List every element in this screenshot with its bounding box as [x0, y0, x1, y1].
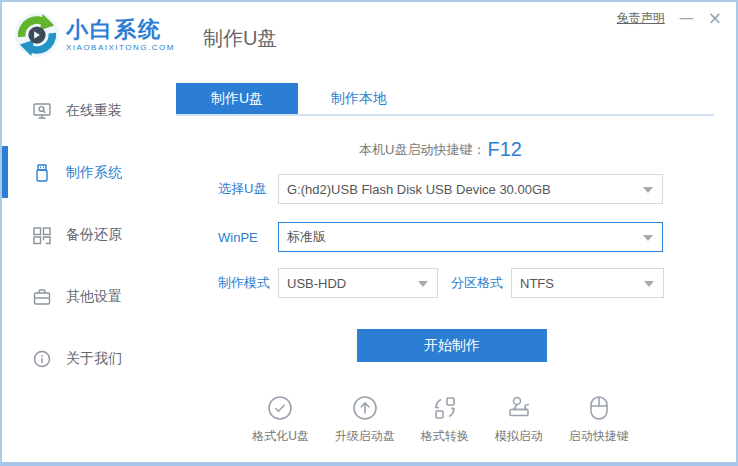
- boot-hotkey-label: 本机U盘启动快捷键：: [359, 141, 485, 159]
- chevron-down-icon: [643, 235, 653, 241]
- tools-row: 格式化U盘 升级启动盘: [145, 393, 736, 445]
- usb-select-label: 选择U盘: [218, 180, 278, 198]
- sidebar-item-label: 制作系统: [66, 164, 122, 182]
- sidebar-item-label: 其他设置: [66, 288, 122, 306]
- tool-label: 升级启动盘: [335, 428, 395, 445]
- sidebar-item-online-reinstall[interactable]: 在线重装: [2, 96, 145, 125]
- tool-label: 格式转换: [421, 428, 469, 445]
- app-logo-icon: [14, 12, 60, 58]
- chevron-down-icon: [643, 187, 653, 193]
- boot-hotkey-line: 本机U盘启动快捷键： F12: [145, 138, 736, 161]
- toolbox-icon: [32, 287, 52, 307]
- partition-format-value: NTFS: [520, 276, 554, 291]
- chevron-down-icon: [418, 281, 428, 287]
- winpe-value: 标准版: [287, 228, 326, 246]
- sidebar-item-about-us[interactable]: 关于我们: [2, 344, 145, 373]
- app-window: 小白系统 XIAOBAIXITONG.COM 制作U盘 免责声明 — ×: [0, 0, 738, 466]
- tool-label: 模拟启动: [495, 428, 543, 445]
- brand-name: 小白系统: [66, 18, 175, 42]
- main-content: 制作U盘 制作本地 本机U盘启动快捷键： F12 选择U盘 G:(hd2)USB…: [145, 68, 736, 462]
- make-mode-dropdown[interactable]: USB-HDD: [278, 268, 438, 298]
- backup-grid-icon: [32, 225, 52, 245]
- winpe-row: WinPE 标准版: [218, 222, 736, 252]
- tool-format-usb[interactable]: 格式化U盘: [252, 393, 309, 445]
- monitor-search-icon: [32, 101, 52, 121]
- sidebar-item-label: 在线重装: [66, 102, 122, 120]
- make-mode-value: USB-HDD: [287, 276, 346, 291]
- stamp-icon: [504, 393, 534, 423]
- disclaimer-link[interactable]: 免责声明: [617, 10, 665, 27]
- start-make-button[interactable]: 开始制作: [357, 329, 547, 362]
- sidebar-item-label: 备份还原: [66, 226, 122, 244]
- close-button[interactable]: ×: [708, 11, 722, 26]
- usb-select-row: 选择U盘 G:(hd2)USB Flash Disk USB Device 30…: [218, 174, 736, 204]
- sidebar-item-label: 关于我们: [66, 350, 122, 368]
- page-title: 制作U盘: [203, 25, 277, 52]
- tool-upgrade-boot-disk[interactable]: 升级启动盘: [335, 393, 395, 445]
- brand-block: 小白系统 XIAOBAIXITONG.COM: [66, 18, 175, 52]
- tab-make-local[interactable]: 制作本地: [298, 83, 420, 114]
- partition-format-label: 分区格式: [451, 274, 511, 292]
- window-controls: 免责声明 — ×: [617, 10, 722, 27]
- chevron-down-icon: [644, 281, 654, 287]
- info-circle-icon: [32, 349, 52, 369]
- tool-label: 格式化U盘: [252, 428, 309, 445]
- make-mode-label: 制作模式: [218, 274, 278, 292]
- tool-format-convert[interactable]: 格式转换: [421, 393, 469, 445]
- sidebar-item-other-settings[interactable]: 其他设置: [2, 282, 145, 311]
- partition-format-dropdown[interactable]: NTFS: [511, 268, 664, 298]
- usb-drive-icon: [32, 163, 52, 183]
- tool-label: 启动快捷键: [569, 428, 629, 445]
- tool-simulate-boot[interactable]: 模拟启动: [495, 393, 543, 445]
- tool-boot-hotkey[interactable]: 启动快捷键: [569, 393, 629, 445]
- mode-row: 制作模式 USB-HDD 分区格式 NTFS: [218, 268, 736, 298]
- sidebar-item-backup-restore[interactable]: 备份还原: [2, 220, 145, 249]
- tab-make-usb[interactable]: 制作U盘: [176, 83, 298, 114]
- mouse-icon: [584, 393, 614, 423]
- brand-domain: XIAOBAIXITONG.COM: [66, 43, 175, 52]
- check-circle-icon: [265, 393, 295, 423]
- winpe-dropdown[interactable]: 标准版: [278, 222, 663, 252]
- arrow-up-circle-icon: [350, 393, 380, 423]
- usb-select-value: G:(hd2)USB Flash Disk USB Device 30.00GB: [287, 182, 551, 197]
- sidebar: 在线重装 制作系统: [2, 68, 145, 462]
- boot-hotkey-value: F12: [487, 138, 521, 161]
- usb-select-dropdown[interactable]: G:(hd2)USB Flash Disk USB Device 30.00GB: [278, 174, 663, 204]
- minimize-button[interactable]: —: [679, 11, 694, 26]
- header: 小白系统 XIAOBAIXITONG.COM 制作U盘 免责声明 — ×: [2, 2, 736, 68]
- tab-bar: 制作U盘 制作本地: [176, 83, 714, 116]
- winpe-label: WinPE: [218, 230, 278, 245]
- convert-icon: [430, 393, 460, 423]
- active-indicator: [0, 146, 8, 198]
- sidebar-item-make-system[interactable]: 制作系统: [2, 158, 145, 187]
